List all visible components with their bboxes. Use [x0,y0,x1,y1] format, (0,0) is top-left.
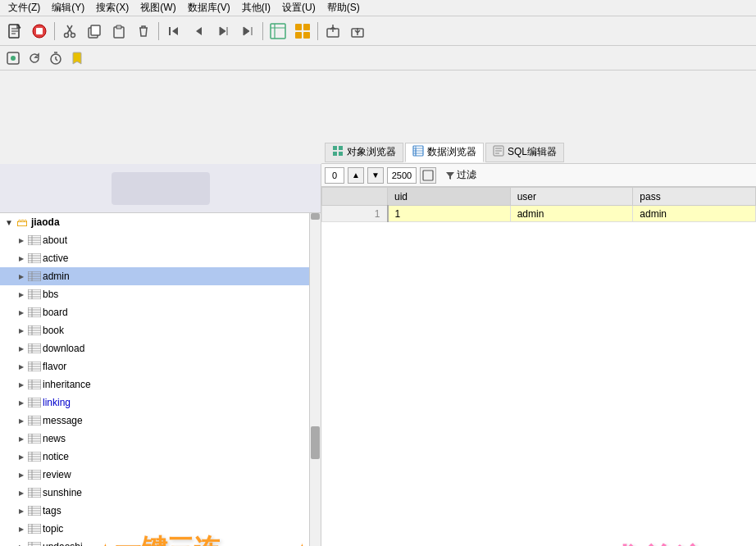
main-toolbar [0,16,756,46]
menu-settings[interactable]: 设置(U) [277,0,321,16]
svg-point-17 [11,56,16,61]
tab-object-label: 对象浏览器 [347,145,396,159]
toolbar-cut[interactable] [58,20,81,43]
tree-item-flavor[interactable]: ▶ flavor [0,357,309,375]
table-icon-review [28,470,41,480]
table-icon-tags [28,506,41,516]
toolbar-delete[interactable] [132,20,155,43]
toolbar-import[interactable] [346,20,369,43]
tab-sql-editor[interactable]: SQL编辑器 [485,143,564,162]
table-icon-download [28,344,41,353]
col-header-pass[interactable]: pass [633,188,756,206]
table-row[interactable]: 1 1 admin admin [322,206,756,222]
filter-button[interactable]: 过滤 [439,167,482,184]
menu-database[interactable]: 数据库(V) [183,0,235,16]
toolbar-table[interactable] [266,20,289,43]
item-label-topic: topic [43,523,63,535]
menu-view[interactable]: 视图(W) [135,0,180,16]
menu-edit[interactable]: 编辑(Y) [47,0,89,16]
item-label-bbs: bbs [43,289,58,300]
cell-user-1[interactable]: admin [510,206,633,222]
row-num-1: 1 [322,206,388,222]
menu-file[interactable]: 文件(Z) [3,0,45,16]
cell-uid-1[interactable]: 1 [388,206,511,222]
menu-search[interactable]: 搜索(X) [91,0,134,16]
tree-item-news[interactable]: ▶ news [0,430,309,448]
tree-expand-icon: ▼ [5,218,13,227]
tab-data-browser[interactable]: 数据浏览器 [405,143,484,162]
tree-item-download[interactable]: ▶ download [0,339,309,357]
toolbar2-obj[interactable] [3,48,23,68]
tree-item-notice[interactable]: ▶ notice [0,448,309,466]
toolbar-export[interactable] [321,20,344,43]
tree-item-bbs[interactable]: ▶ bbs [0,285,309,303]
separator2 [158,22,159,40]
separator4 [317,22,318,40]
tree-item-tags[interactable]: ▶ tags [0,502,309,520]
cell-pass-1[interactable]: admin [633,206,756,222]
toolbar-prev[interactable] [187,20,210,43]
table-icon-sunshine [28,488,41,498]
table-icon-message [28,416,41,425]
toolbar-next[interactable] [212,20,235,43]
tab-bar: 对象浏览器 数据浏览器 SQL编辑器 [321,141,756,164]
toolbar-grid[interactable] [291,20,314,43]
nav-refresh[interactable] [420,167,436,184]
tree-item-topic[interactable]: ▶ topic [0,520,309,538]
scrollbar-up-btn[interactable] [311,213,320,220]
table-icon-active [28,253,41,263]
separator3 [262,22,263,40]
svg-rect-44 [423,171,433,180]
toolbar-stop[interactable] [28,20,51,43]
arrow-message: ▶ [16,416,26,425]
menu-bar: 文件(Z) 编辑(Y) 搜索(X) 视图(W) 数据库(V) 其他(I) 设置(… [0,0,756,16]
col-header-uid[interactable]: uid [388,188,511,206]
tree-item-active[interactable]: ▶ active [0,249,309,267]
tree-item-review[interactable]: ▶ review [0,466,309,484]
arrow-topic: ▶ [16,524,26,534]
toolbar-new[interactable] [3,20,26,43]
nav-up[interactable]: ▲ [348,167,364,184]
tree-item-sunshine[interactable]: ▶ sunshine [0,484,309,502]
tree-item-about[interactable]: ▶ about [0,231,309,249]
arrow-flavor: ▶ [16,362,26,371]
svg-rect-6 [91,25,100,35]
arrow-notice: ▶ [16,452,26,462]
tree-item-board[interactable]: ▶ board [0,303,309,321]
toolbar2-timer[interactable] [46,48,66,68]
tree-item-linking[interactable]: ▶ linking [0,394,309,412]
object-browser-icon [332,145,344,159]
tree-db-root[interactable]: ▼ 🗃 jiaoda [0,213,321,231]
limit-input[interactable] [387,167,417,184]
data-table: uid user pass 1 1 admin admin [321,187,756,222]
tree-item-book[interactable]: ▶ book [0,321,309,339]
svg-rect-9 [271,24,285,39]
tree-scrollbar[interactable] [309,213,321,546]
toolbar-first[interactable] [162,20,185,43]
toolbar-paste[interactable] [107,20,130,43]
tab-object-browser[interactable]: 对象浏览器 [325,143,403,162]
svg-rect-19 [333,146,337,150]
tab-sql-label: SQL编辑器 [508,145,557,159]
data-browser-icon [412,145,424,159]
toolbar2-refresh[interactable] [25,48,44,68]
table-icon-inheritance [28,380,41,389]
toolbar2-bookmark[interactable] [67,48,87,68]
tree-header [0,164,321,213]
scrollbar-thumb[interactable] [311,426,320,459]
menu-other[interactable]: 其他(I) [237,0,276,16]
toolbar-last[interactable] [236,20,259,43]
menu-help[interactable]: 帮助(S) [322,0,365,16]
col-header-user[interactable]: user [510,188,633,206]
toolbar-copy[interactable] [83,20,106,43]
table-icon-bbs [28,289,41,299]
item-label-sunshine: sunshine [43,487,82,498]
tree-item-updaoshi[interactable]: ▶ updaoshi [0,538,309,546]
tree-item-inheritance[interactable]: ▶ inheritance [0,375,309,394]
table-icon-admin [28,271,41,281]
filter-label: 过滤 [457,168,476,182]
tree-item-message[interactable]: ▶ message [0,412,309,430]
tree-item-admin[interactable]: ▶ admin [0,267,309,285]
nav-down[interactable]: ▼ [367,167,384,184]
offset-input[interactable] [325,167,344,184]
